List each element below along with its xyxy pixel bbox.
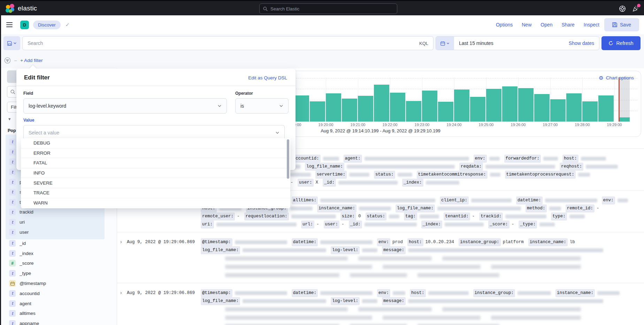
field-name-badge: env:: [377, 289, 390, 297]
histogram-bar[interactable]: [406, 101, 421, 122]
value-option-severe[interactable]: SEVERE: [21, 178, 290, 188]
field-name-badge: _id:: [349, 220, 362, 229]
global-search-input[interactable]: Search Elastic: [259, 3, 397, 14]
sidebar-field-item[interactable]: talltimes: [6, 309, 105, 319]
histogram-bar[interactable]: [342, 99, 357, 122]
field-name-badge: servertime:: [315, 171, 347, 179]
field-combobox[interactable]: log-level.keyword: [23, 98, 227, 114]
time-range-value[interactable]: Last 15 minutes: [459, 40, 569, 46]
histogram-bar[interactable]: [598, 95, 614, 122]
histogram-bar[interactable]: [582, 101, 598, 122]
histogram-bar[interactable]: [518, 88, 534, 122]
field-name-badge: user:: [324, 220, 340, 229]
field-name-badge: log_file_name:: [201, 246, 240, 254]
histogram-bar[interactable]: [310, 101, 325, 122]
sidebar-field-item[interactable]: t_type: [6, 268, 105, 278]
toolbar-menu-share[interactable]: Share: [562, 22, 575, 28]
toolbar-menu-options[interactable]: Options: [496, 22, 513, 28]
field-token: _score:-: [488, 220, 514, 229]
redacted-value: [320, 240, 373, 244]
x-axis-tick: 19:24:00: [447, 123, 462, 127]
histogram-bar[interactable]: [486, 89, 501, 122]
toolbar-menu-open[interactable]: Open: [540, 22, 552, 28]
value-option-trace[interactable]: TRACE: [21, 188, 290, 198]
operator-combobox[interactable]: is: [235, 98, 289, 114]
refresh-button[interactable]: Refresh: [601, 36, 641, 50]
field-token: message:: [382, 246, 603, 254]
save-button[interactable]: Save: [604, 18, 639, 31]
text-type-icon: t: [9, 229, 16, 235]
elastic-brand[interactable]: elastic: [6, 4, 37, 13]
help-icon[interactable]: [619, 5, 626, 12]
date-quick-menu-button[interactable]: [436, 37, 454, 50]
section-collapse-icon[interactable]: ▾: [8, 116, 11, 122]
menu-hamburger-icon[interactable]: [6, 22, 13, 27]
histogram-bar[interactable]: [326, 93, 341, 122]
field-name-badge: env:: [377, 238, 390, 246]
histogram-bar[interactable]: [502, 86, 518, 122]
field-name-badge: user:: [298, 179, 314, 187]
show-dates-link[interactable]: Show dates: [569, 40, 594, 46]
saved-query-menu-button[interactable]: [3, 36, 20, 50]
value-option-fatal[interactable]: FATAL: [21, 158, 290, 168]
sidebar-field-item[interactable]: t_id: [6, 238, 105, 248]
sidebar-field-item[interactable]: @timestamp: [6, 278, 105, 288]
sidebar-field-item[interactable]: tuser: [6, 227, 105, 237]
expand-row-icon[interactable]: ›: [117, 289, 127, 296]
histogram-bar[interactable]: [358, 96, 373, 122]
filter-menu-icon[interactable]: [4, 57, 11, 64]
edit-as-query-dsl-link[interactable]: Edit as Query DSL: [248, 75, 287, 80]
histogram-bar[interactable]: [470, 97, 485, 122]
redacted-value: [569, 215, 585, 218]
kql-language-button[interactable]: KQL: [416, 41, 428, 46]
text-type-icon: t: [9, 149, 16, 155]
sidebar-field-item[interactable]: #_score: [6, 258, 105, 269]
field-token: host:10.0.20.234: [407, 238, 454, 246]
dropdown-scrollbar[interactable]: [287, 139, 289, 179]
space-avatar[interactable]: D: [20, 21, 29, 29]
sidebar-field-label: trackid: [20, 209, 33, 215]
sidebar-field-item[interactable]: t_index: [6, 248, 105, 258]
value-option-debug[interactable]: DEBUG: [21, 138, 290, 148]
breadcrumb-discover[interactable]: Discover: [33, 21, 61, 29]
chevron-down-icon: [275, 131, 279, 135]
field-token: log_file_name:: [396, 204, 521, 212]
histogram-bar[interactable]: [374, 85, 389, 122]
kql-search-input[interactable]: Search KQL: [22, 36, 434, 50]
histogram-bar[interactable]: [534, 94, 550, 122]
histogram-bar-partial[interactable]: [620, 117, 630, 122]
field-token: accountid:: [292, 155, 339, 163]
toolbar-menu-new[interactable]: New: [522, 22, 531, 28]
sidebar-field-item[interactable]: tagent: [6, 299, 105, 309]
sidebar-field-item[interactable]: ttrackid: [6, 207, 105, 217]
redacted-value: [578, 173, 590, 177]
field-name-badge: env:: [474, 155, 487, 163]
field-label: Field: [23, 91, 227, 96]
redacted-value: [597, 291, 620, 295]
histogram-bar[interactable]: [566, 93, 582, 122]
histogram-bar[interactable]: [438, 102, 453, 122]
histogram-bar[interactable]: [454, 90, 469, 122]
newsfeed-icon[interactable]: [632, 5, 639, 12]
redacted-value: [291, 215, 336, 218]
sidebar-field-item[interactable]: taccountid: [6, 288, 105, 299]
histogram-bar[interactable]: [550, 99, 566, 122]
redacted-value: [349, 173, 369, 177]
value-option-warn[interactable]: WARN: [21, 198, 290, 208]
sidebar-field-item[interactable]: tappname: [6, 318, 105, 325]
field-token: reqhost:: [560, 163, 618, 171]
histogram-bar[interactable]: [390, 93, 405, 122]
value-option-info[interactable]: INFO: [21, 168, 290, 178]
add-filter-link[interactable]: + Add filter: [20, 58, 43, 63]
field-name-badge: type:: [551, 212, 567, 220]
sidebar-field-item[interactable]: turi: [6, 217, 105, 227]
histogram-bar[interactable]: [294, 95, 309, 122]
field-token: log_file_name:: [201, 297, 326, 305]
histogram-bar[interactable]: [422, 91, 437, 122]
value-option-error[interactable]: ERROR: [21, 148, 290, 158]
chart-options-button[interactable]: ⚙ Chart options: [599, 75, 634, 80]
expand-row-icon[interactable]: ›: [117, 238, 127, 245]
text-type-icon: t: [9, 209, 16, 215]
toolbar-menu-inspect[interactable]: Inspect: [584, 22, 599, 28]
field-value: -: [472, 212, 475, 220]
